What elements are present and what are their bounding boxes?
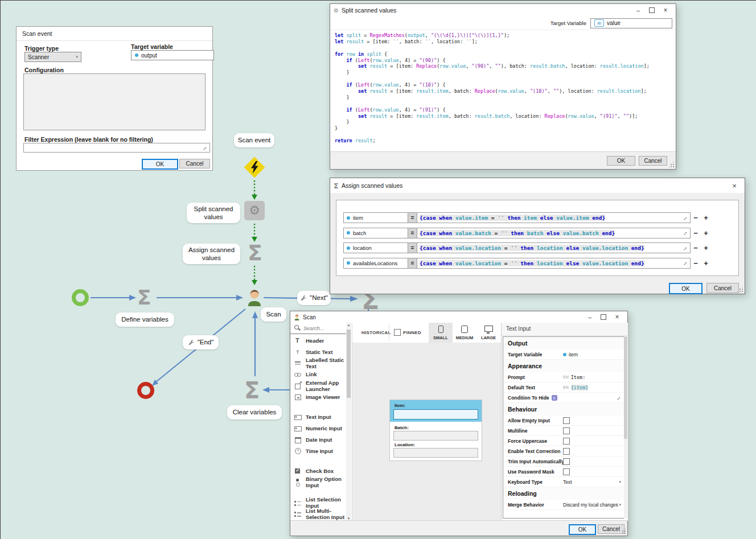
expression-input[interactable]: {case when value.batch = '' then batch e… bbox=[417, 228, 691, 238]
scan-person-node[interactable] bbox=[246, 287, 263, 306]
variable-name-input[interactable]: batch bbox=[343, 228, 408, 238]
size-small-button[interactable]: SMALL bbox=[429, 323, 453, 343]
configuration-label: Configuration bbox=[24, 67, 64, 73]
sidebar-scrollbar[interactable]: ▲ ▼ bbox=[346, 323, 351, 521]
sidebar-item-labelled-static-text[interactable]: Labelled Static Text bbox=[290, 357, 345, 369]
filter-expression-input[interactable] bbox=[23, 143, 210, 153]
checkbox[interactable] bbox=[563, 468, 570, 475]
expression-input[interactable]: {case when value.location = '' then loca… bbox=[417, 258, 691, 269]
expression-input[interactable]: {case when value.location = '' then loca… bbox=[417, 242, 691, 253]
variable-name-input[interactable]: availableLocations bbox=[343, 258, 408, 269]
dropdown-value[interactable]: Discard my local changes bbox=[563, 502, 618, 508]
expand-icon[interactable] bbox=[681, 229, 689, 237]
expand-icon[interactable] bbox=[614, 393, 622, 401]
trigger-type-select[interactable]: Scanner ▾ bbox=[24, 52, 81, 62]
remove-row-button[interactable]: − bbox=[691, 228, 701, 238]
resize-grip[interactable] bbox=[738, 287, 743, 292]
close-button[interactable]: × bbox=[728, 180, 741, 191]
add-row-button[interactable]: + bbox=[701, 242, 711, 253]
cancel-button[interactable]: Cancel bbox=[706, 283, 739, 293]
checkbox[interactable] bbox=[563, 458, 570, 465]
checkbox[interactable] bbox=[563, 417, 570, 424]
remove-row-button[interactable]: − bbox=[691, 258, 701, 269]
sidebar-item-list-multi-selection-input[interactable]: List Multi-Selection Input bbox=[290, 508, 345, 520]
sidebar-item-numeric-input[interactable]: Numeric Input bbox=[290, 423, 345, 434]
sidebar-item-header[interactable]: Header bbox=[290, 335, 345, 347]
close-button[interactable]: × bbox=[610, 312, 624, 322]
expand-icon[interactable] bbox=[681, 213, 689, 221]
sidebar-item-date-input[interactable]: Date Input bbox=[290, 434, 345, 446]
ok-button[interactable]: OK bbox=[569, 524, 596, 535]
sidebar-item-static-text[interactable]: Static Text bbox=[290, 347, 345, 358]
text-value[interactable]: Item: bbox=[571, 375, 586, 380]
property-row: Keyboard TypeText▾ bbox=[503, 477, 624, 487]
maximize-button[interactable] bbox=[645, 5, 659, 15]
property-row: Trim Input Automatically bbox=[503, 456, 624, 467]
expand-icon[interactable] bbox=[200, 143, 208, 151]
remove-row-button[interactable]: − bbox=[691, 212, 701, 223]
sidebar-item-list-selection-input[interactable]: List Selection Input bbox=[290, 497, 345, 508]
target-variable-input[interactable]: output bbox=[131, 50, 214, 60]
sidebar-item-link[interactable]: Link bbox=[290, 369, 345, 380]
pinned-checkbox[interactable]: PINNED bbox=[394, 329, 421, 336]
ok-button[interactable]: OK bbox=[607, 156, 635, 166]
add-row-button[interactable]: + bbox=[701, 228, 711, 238]
batch-text-input[interactable] bbox=[393, 431, 478, 441]
size-large-button[interactable]: LARGE bbox=[476, 323, 500, 343]
property-label: Keyboard Type bbox=[503, 479, 543, 485]
dialog-title: Assign scanned values bbox=[342, 182, 402, 189]
variable-name-input[interactable]: item bbox=[343, 212, 408, 223]
chevron-down-icon[interactable]: ▾ bbox=[619, 503, 621, 507]
target-variable-input[interactable]: ab value bbox=[590, 18, 672, 28]
ok-button[interactable]: OK bbox=[142, 159, 178, 170]
sidebar-item-binary-option-input[interactable]: Binary Option Input bbox=[290, 477, 345, 488]
chevron-down-icon[interactable]: ▾ bbox=[619, 480, 621, 484]
expression-text: {case when value.location = '' then loca… bbox=[420, 245, 644, 251]
sidebar-item-check-box[interactable]: Check Box bbox=[290, 466, 345, 477]
close-button[interactable]: × bbox=[659, 5, 672, 15]
end-node[interactable] bbox=[137, 382, 154, 399]
resize-grip[interactable] bbox=[669, 162, 674, 167]
sidebar-item-text-input[interactable]: Text Input bbox=[290, 412, 345, 423]
clear-variables-label: Clear variables bbox=[227, 405, 282, 419]
size-medium-button[interactable]: MEDIUM bbox=[453, 323, 476, 343]
expand-icon[interactable] bbox=[681, 244, 689, 252]
minimize-button[interactable]: – bbox=[583, 312, 597, 322]
resize-grip[interactable] bbox=[621, 529, 626, 534]
configuration-textarea[interactable] bbox=[23, 73, 206, 130]
property-row: Enable Text Correction bbox=[503, 446, 624, 456]
cancel-button[interactable]: Cancel bbox=[639, 156, 667, 166]
variable-name-input[interactable]: location bbox=[343, 242, 408, 253]
text-value[interactable]: {item} bbox=[571, 385, 589, 390]
remove-row-button[interactable]: − bbox=[691, 242, 701, 253]
checkbox[interactable] bbox=[563, 438, 570, 445]
ok-button[interactable]: OK bbox=[669, 283, 702, 294]
search-placeholder: Search... bbox=[303, 326, 324, 331]
scroll-up-icon[interactable]: ▲ bbox=[346, 323, 351, 327]
add-row-button[interactable]: + bbox=[701, 212, 711, 223]
cancel-button[interactable]: Cancel bbox=[179, 159, 210, 168]
checkbox[interactable] bbox=[563, 448, 570, 455]
start-node[interactable] bbox=[72, 289, 89, 306]
define-variables-node[interactable]: Σ bbox=[137, 287, 151, 308]
tab-historical[interactable]: HISTORICAL bbox=[361, 330, 391, 335]
sidebar-item-time-input[interactable]: Time Input bbox=[290, 445, 345, 456]
maximize-button[interactable] bbox=[597, 312, 610, 322]
split-script-node[interactable]: ⚙ bbox=[244, 201, 265, 220]
item-text-input[interactable] bbox=[393, 409, 478, 419]
dropdown-value[interactable]: Text bbox=[563, 479, 572, 485]
code-editor[interactable]: let split = RegexMatches(output, "(\(\d{… bbox=[335, 32, 672, 144]
search-input[interactable]: Search... bbox=[290, 323, 349, 334]
sidebar-item-external-app-launcher[interactable]: External App Launcher bbox=[290, 380, 345, 392]
add-row-button[interactable]: + bbox=[701, 258, 711, 269]
sidebar-item-image-viewer[interactable]: Image Viewer bbox=[290, 391, 345, 402]
minimize-button[interactable]: – bbox=[631, 5, 645, 15]
expand-icon[interactable] bbox=[681, 259, 689, 267]
expression-input[interactable]: {case when value.item = '' then item els… bbox=[417, 212, 691, 223]
assign-variables-node[interactable]: Σ bbox=[248, 242, 262, 264]
clear-variables-node[interactable]: Σ bbox=[244, 379, 260, 402]
script-icon: ⚙ bbox=[334, 7, 339, 14]
checkbox[interactable] bbox=[563, 427, 570, 434]
location-text-input[interactable] bbox=[393, 448, 478, 458]
properties-scrollbar[interactable] bbox=[624, 336, 627, 519]
